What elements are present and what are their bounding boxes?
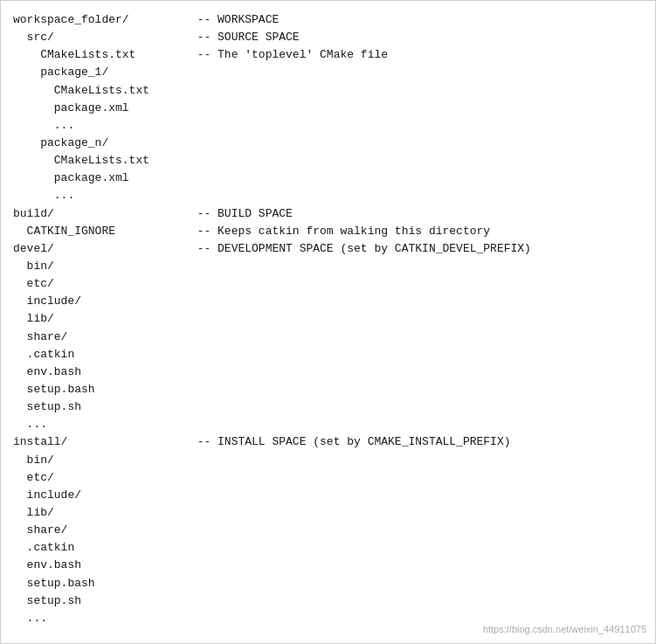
code-line: etc/ <box>13 275 643 293</box>
watermark: https://blog.csdn.net/weixin_44911075 <box>483 624 646 634</box>
code-line: include/ <box>13 293 643 310</box>
code-line: setup.sh <box>13 398 643 416</box>
code-line: lib/ <box>13 310 643 328</box>
main-container: workspace_folder/ -- WORKSPACE src/ -- S… <box>0 0 656 644</box>
code-line: ... <box>13 187 643 204</box>
code-block: workspace_folder/ -- WORKSPACE src/ -- S… <box>13 11 643 627</box>
code-line: env.bash <box>13 557 643 574</box>
code-line: CATKIN_IGNORE -- Keeps catkin from walki… <box>13 223 643 240</box>
code-line: bin/ <box>13 452 643 469</box>
code-line: env.bash <box>13 364 643 381</box>
code-line: ... <box>13 117 643 135</box>
code-line: .catkin <box>13 539 643 557</box>
code-line: install/ -- INSTALL SPACE (set by CMAKE_… <box>13 433 643 451</box>
code-line: setup.bash <box>13 381 643 398</box>
code-line: bin/ <box>13 258 643 275</box>
code-line: CMakeLists.txt -- The 'toplevel' CMake f… <box>13 46 643 64</box>
code-line: src/ -- SOURCE SPACE <box>13 29 643 46</box>
code-line: etc/ <box>13 469 643 487</box>
code-line: include/ <box>13 487 643 504</box>
code-line: package_n/ <box>13 135 643 152</box>
code-line: build/ -- BUILD SPACE <box>13 205 643 223</box>
code-line: CMakeLists.txt <box>13 82 643 100</box>
code-line: package.xml <box>13 100 643 117</box>
code-line: setup.sh <box>13 592 643 610</box>
code-line: ... <box>13 416 643 433</box>
code-line: package_1/ <box>13 64 643 81</box>
code-line: devel/ -- DEVELOPMENT SPACE (set by CATK… <box>13 240 643 258</box>
code-line: share/ <box>13 522 643 539</box>
code-line: CMakeLists.txt <box>13 152 643 170</box>
code-line: share/ <box>13 329 643 346</box>
code-line: lib/ <box>13 504 643 522</box>
code-line: .catkin <box>13 346 643 364</box>
code-line: package.xml <box>13 170 643 187</box>
code-line: workspace_folder/ -- WORKSPACE <box>13 11 643 29</box>
code-line: setup.bash <box>13 575 643 592</box>
